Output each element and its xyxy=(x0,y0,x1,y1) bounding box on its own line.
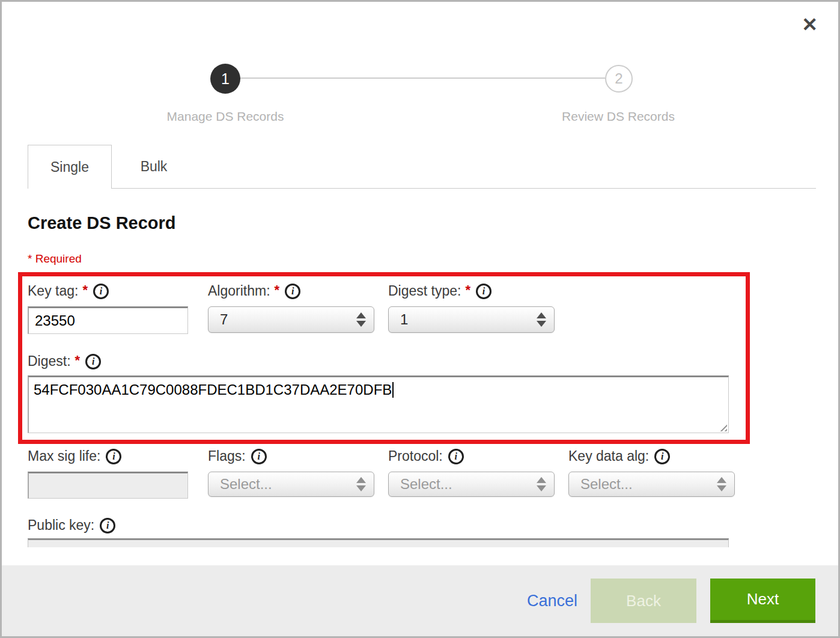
max-sig-life-label-text: Max sig life: xyxy=(28,448,100,464)
key-data-alg-label-text: Key data alg: xyxy=(568,448,649,464)
public-key-textarea[interactable] xyxy=(28,538,729,547)
required-note: * Required xyxy=(28,252,82,266)
digest-type-label: Digest type: * i xyxy=(388,283,492,299)
required-asterisk: * xyxy=(465,282,470,298)
digest-type-select[interactable]: 1 xyxy=(388,306,555,333)
info-icon[interactable]: i xyxy=(100,518,115,533)
digest-type-label-text: Digest type: xyxy=(388,283,461,299)
stepper-connector-line xyxy=(240,77,605,79)
flags-label: Flags: i xyxy=(208,448,267,464)
dialog-footer: Cancel Back Next xyxy=(2,565,838,636)
flags-select-value: Select... xyxy=(220,476,272,493)
info-icon[interactable]: i xyxy=(476,284,492,299)
select-arrows-icon xyxy=(537,477,546,491)
required-asterisk: * xyxy=(275,282,280,298)
info-icon[interactable]: i xyxy=(85,354,101,369)
digest-textarea[interactable]: 54FCF030AA1C79C0088FDEC1BD1C37DAA2E70DFB xyxy=(28,375,729,433)
tab-bulk[interactable]: Bulk xyxy=(112,145,196,188)
digest-type-select-value: 1 xyxy=(400,311,408,328)
max-sig-life-input[interactable] xyxy=(28,472,188,499)
step-1-label: Manage DS Records xyxy=(129,109,321,124)
algorithm-label-text: Algorithm: xyxy=(208,283,270,299)
tab-single[interactable]: Single xyxy=(28,145,112,189)
tabbar-divider xyxy=(28,188,816,189)
resize-handle-icon[interactable] xyxy=(718,422,727,431)
key-tag-input[interactable] xyxy=(28,306,188,334)
required-asterisk: * xyxy=(75,353,81,368)
key-data-alg-select-value: Select... xyxy=(580,476,633,493)
info-icon[interactable]: i xyxy=(106,449,121,464)
algorithm-select-value: 7 xyxy=(220,311,228,328)
required-asterisk: * xyxy=(82,282,88,298)
protocol-label: Protocol: i xyxy=(388,448,464,464)
max-sig-life-label: Max sig life: i xyxy=(28,448,121,464)
protocol-label-text: Protocol: xyxy=(388,448,443,464)
select-arrows-icon xyxy=(717,477,726,491)
text-cursor xyxy=(392,382,394,398)
digest-label: Digest: * i xyxy=(28,353,101,369)
algorithm-select[interactable]: 7 xyxy=(208,306,374,333)
step-2-circle: 2 xyxy=(605,65,633,93)
page-title: Create DS Record xyxy=(28,213,176,233)
step-2-label: Review DS Records xyxy=(522,109,714,124)
back-button[interactable]: Back xyxy=(591,579,696,623)
algorithm-label: Algorithm: * i xyxy=(208,283,300,299)
key-tag-label: Key tag: * i xyxy=(28,283,109,299)
info-icon[interactable]: i xyxy=(654,449,670,464)
public-key-label: Public key: i xyxy=(28,517,115,533)
info-icon[interactable]: i xyxy=(285,284,300,299)
protocol-select[interactable]: Select... xyxy=(388,472,555,497)
key-data-alg-label: Key data alg: i xyxy=(568,448,670,464)
protocol-select-value: Select... xyxy=(400,476,452,493)
public-key-label-text: Public key: xyxy=(28,517,94,533)
flags-label-text: Flags: xyxy=(208,448,246,464)
digest-value: 54FCF030AA1C79C0088FDEC1BD1C37DAA2E70DFB xyxy=(34,381,392,398)
select-arrows-icon xyxy=(356,477,366,491)
step-1-circle: 1 xyxy=(210,64,240,94)
create-ds-record-dialog: ✕ 1 2 Manage DS Records Review DS Record… xyxy=(0,0,840,638)
key-data-alg-select[interactable]: Select... xyxy=(568,472,735,497)
info-icon[interactable]: i xyxy=(93,284,109,299)
info-icon[interactable]: i xyxy=(251,449,267,464)
flags-select[interactable]: Select... xyxy=(208,472,374,497)
info-icon[interactable]: i xyxy=(448,449,464,464)
next-button[interactable]: Next xyxy=(710,579,815,623)
cancel-button[interactable]: Cancel xyxy=(527,592,577,610)
close-icon[interactable]: ✕ xyxy=(802,15,818,34)
select-arrows-icon xyxy=(356,312,366,327)
key-tag-label-text: Key tag: xyxy=(28,283,78,299)
digest-label-text: Digest: xyxy=(28,353,71,369)
select-arrows-icon xyxy=(537,312,546,327)
